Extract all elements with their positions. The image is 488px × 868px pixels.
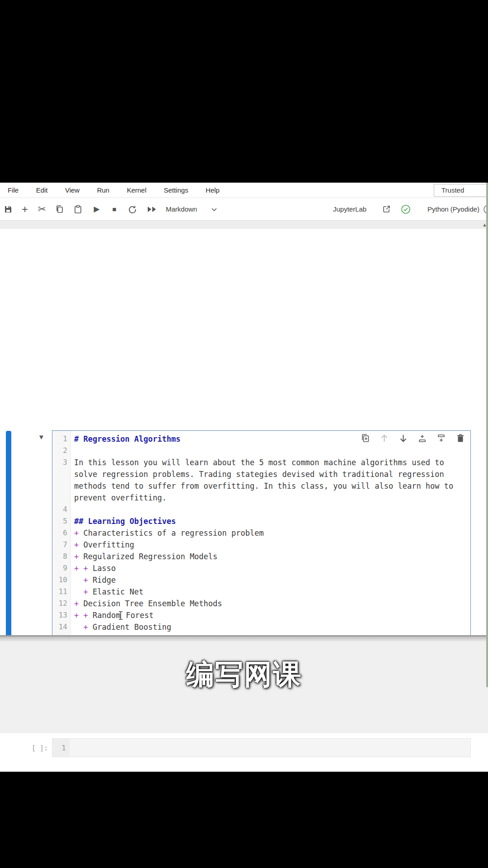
move-cell-up-icon[interactable] — [379, 433, 389, 443]
line-number: 1 — [52, 433, 67, 445]
line-number: 11 — [52, 586, 67, 598]
line-number: 12 — [52, 598, 67, 609]
execution-prompt: [ ]: — [0, 744, 48, 752]
menu-item[interactable]: File — [0, 186, 26, 194]
editor-line: solve regression problems. Trading state… — [52, 468, 470, 480]
menu-item[interactable]: Settings — [156, 186, 196, 194]
line-source: + Elastic Net — [74, 586, 144, 598]
cell-collapser-icon[interactable]: ▼ — [38, 433, 45, 441]
notebook-toolbar: + ✂ ▶ ■ Markdown JupyterLab — [0, 198, 488, 221]
editor-line: 8 + Regularized Regression Models — [52, 551, 470, 562]
delete-cell-icon[interactable] — [455, 433, 465, 443]
screen: File Edit View Run Kernel Settings Help … — [0, 0, 488, 868]
kernel-status-check-icon — [399, 198, 412, 220]
external-link-icon[interactable] — [381, 198, 392, 220]
chevron-down-icon[interactable] — [209, 198, 220, 220]
kernel-name[interactable]: Python (Pyodide) — [427, 198, 479, 220]
copy-icon[interactable] — [53, 198, 66, 220]
line-source: + + Random Forest — [74, 609, 154, 621]
editor-line: 14 + Gradient Boosting — [52, 621, 470, 633]
line-source: + Characteristics of a regression proble… — [74, 527, 264, 539]
code-editor[interactable]: 1 — [52, 738, 471, 757]
line-source: # Regression Algorithms — [74, 433, 180, 445]
editor-line: 13 + + Random Forest — [52, 609, 470, 621]
line-number: 2 — [52, 445, 67, 457]
menu-item[interactable]: Kernel — [119, 186, 154, 194]
stop-icon[interactable]: ■ — [109, 198, 120, 220]
editor-line: 10 + Ridge — [52, 574, 470, 586]
editor-line: 5 ## Learning Objectives — [52, 515, 470, 527]
line-source: In this lesson you will learn about the … — [74, 457, 444, 468]
line-source: methods tend to suffer from overfitting.… — [74, 480, 453, 492]
trusted-button[interactable]: Trusted — [434, 184, 488, 197]
line-source: + + Lasso — [74, 562, 116, 574]
insert-cell-above-icon[interactable] — [417, 433, 427, 443]
editor-line: 2 — [52, 445, 470, 457]
editor-line: 9 + + Lasso — [52, 562, 470, 574]
add-cell-icon[interactable]: + — [19, 198, 31, 220]
line-number: 8 — [52, 551, 67, 562]
editor-line: prevent overfitting. — [52, 492, 470, 504]
menu-item[interactable]: Help — [198, 186, 227, 194]
line-number: 14 — [52, 621, 67, 633]
notebook-panel: ▼ 1 # Regression Algorithms 2 — [0, 229, 488, 772]
run-icon[interactable]: ▶ — [91, 198, 102, 220]
screen-edge-artifact — [486, 183, 488, 687]
editor-line: 11 + Elastic Net — [52, 586, 470, 598]
save-icon[interactable] — [3, 198, 14, 220]
line-number: 7 — [52, 539, 67, 551]
cell-toolbar — [360, 433, 465, 443]
editor-line: 4 — [52, 504, 470, 515]
line-number: 3 — [52, 457, 67, 468]
panel-gap — [0, 221, 488, 229]
line-number: 13 — [52, 609, 67, 621]
video-caption: 编写网课 — [0, 656, 488, 693]
move-cell-down-icon[interactable] — [398, 433, 408, 443]
line-number: 1 — [52, 742, 66, 754]
editor-line: methods tend to suffer from overfitting.… — [52, 480, 470, 492]
cell-type-dropdown[interactable]: Markdown — [166, 198, 197, 220]
menu-item[interactable]: View — [57, 186, 87, 194]
line-source: + Ridge — [74, 574, 116, 586]
fast-forward-icon[interactable] — [145, 198, 158, 220]
insert-cell-below-icon[interactable] — [436, 433, 446, 443]
menu-item[interactable]: Run — [89, 186, 117, 194]
line-number: 6 — [52, 527, 67, 539]
editor-line: 7 + Overfitting — [52, 539, 470, 551]
line-source: + Gradient Boosting — [74, 621, 171, 633]
restart-kernel-icon[interactable] — [127, 198, 138, 220]
editor-line: 6 + Characteristics of a regression prob… — [52, 527, 470, 539]
editor-line: 3 In this lesson you will learn about th… — [52, 457, 470, 468]
menu-bar: File Edit View Run Kernel Settings Help … — [0, 183, 488, 198]
paste-icon[interactable] — [71, 198, 84, 220]
editor-line: 12 + Decision Tree Ensemble Methods — [52, 598, 470, 609]
line-source: prevent overfitting. — [74, 492, 167, 504]
line-number: 4 — [52, 504, 67, 515]
line-source: + Regularized Regression Models — [74, 551, 217, 562]
menu-item[interactable]: Edit — [28, 186, 56, 194]
line-source: solve regression problems. Trading state… — [74, 468, 444, 480]
line-number: 5 — [52, 515, 67, 527]
line-number: 9 — [52, 562, 67, 574]
line-number: 10 — [52, 574, 67, 586]
line-source: + Overfitting — [74, 539, 134, 551]
divider-shadow — [0, 637, 488, 642]
text-cursor — [120, 611, 121, 620]
jupyterlab-window: File Edit View Run Kernel Settings Help … — [0, 183, 488, 687]
jupyterlab-link[interactable]: JupyterLab — [333, 198, 366, 220]
line-source: + Decision Tree Ensemble Methods — [74, 598, 222, 609]
cut-icon[interactable]: ✂ — [35, 198, 49, 220]
duplicate-cell-icon[interactable] — [360, 433, 371, 443]
line-source: ## Learning Objectives — [74, 515, 176, 527]
